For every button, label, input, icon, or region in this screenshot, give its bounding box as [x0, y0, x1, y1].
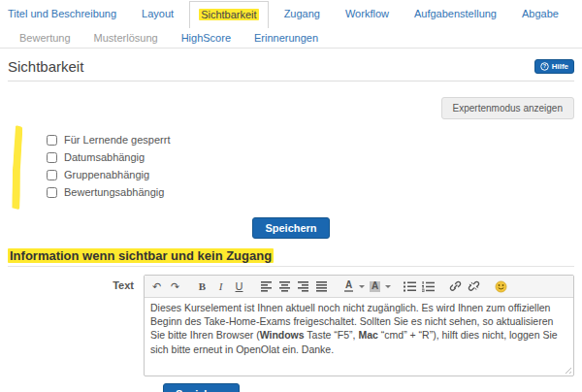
help-button-label: Hilfe	[552, 62, 568, 71]
editor-text-bold: Windows	[260, 329, 305, 341]
tab-musterloesung: Musterlösung	[94, 32, 158, 44]
checkbox-gruppenabhaengig[interactable]	[47, 170, 57, 180]
tab-sichtbarkeit-active[interactable]: Sichtbarkeit	[189, 1, 268, 28]
save-visibility-button[interactable]: Speichern	[252, 217, 329, 239]
ordered-list-icon[interactable]	[419, 278, 437, 295]
text-color-caret-icon[interactable]	[358, 278, 366, 295]
tab-sichtbarkeit-label: Sichtbarkeit	[199, 9, 258, 20]
checkbox-label[interactable]: Für Lernende gesperrt	[64, 134, 170, 146]
richtext-editor: ↶ ↷ B I U	[144, 275, 574, 376]
nav-divider	[0, 48, 582, 49]
align-justify-icon[interactable]	[312, 278, 331, 295]
help-button[interactable]: ? Hilfe	[534, 59, 574, 74]
title-divider	[8, 81, 574, 82]
align-left-icon[interactable]	[257, 278, 275, 295]
underline-icon[interactable]: U	[230, 278, 248, 295]
checkbox-label[interactable]: Datumsabhängig	[64, 151, 145, 163]
tab-workflow[interactable]: Workflow	[345, 8, 389, 19]
text-field-label: Text	[8, 275, 144, 376]
checkbox-row-bewertung: Bewertungsabhängig	[47, 183, 574, 201]
editor-text-bold: Mac	[358, 329, 377, 341]
checkbox-label[interactable]: Bewertungsabhängig	[64, 186, 164, 198]
bold-icon[interactable]: B	[193, 278, 211, 295]
page-title: Sichtbarkeit	[8, 58, 83, 75]
save-info-text-button[interactable]: Speichern	[163, 383, 240, 392]
checkbox-label[interactable]: Gruppenabhängig	[64, 169, 149, 180]
checkbox-fuer-lernende-gesperrt[interactable]	[47, 135, 57, 146]
richtext-toolbar: ↶ ↷ B I U	[145, 276, 573, 298]
background-color-caret-icon[interactable]	[384, 278, 392, 295]
expert-mode-button[interactable]: Expertenmodus anzeigen	[441, 97, 574, 119]
course-element-tabs-row2: Bewertung Musterlösung HighScore Erinner…	[0, 27, 582, 48]
align-right-icon[interactable]	[294, 278, 312, 295]
yellow-marker-annotation	[11, 125, 22, 211]
course-element-tabs-row1: Titel und Beschreibung Layout Sichtbarke…	[0, 0, 582, 27]
checkbox-datumsabhaengig[interactable]	[47, 152, 57, 163]
background-color-icon[interactable]: A	[366, 278, 384, 295]
editor-resize-handle[interactable]	[563, 365, 571, 374]
help-circle-icon: ?	[540, 62, 549, 71]
tab-aufgabenstellung[interactable]: Aufgabenstellung	[414, 8, 497, 19]
info-section-divider	[8, 266, 574, 267]
text-color-icon[interactable]: A	[340, 278, 358, 295]
insert-link-icon[interactable]	[446, 278, 465, 295]
tab-zugang[interactable]: Zugang	[284, 8, 320, 19]
tab-highscore[interactable]: HighScore	[181, 32, 231, 44]
editor-text: Taste “F5”,	[305, 329, 359, 341]
checkbox-row-gesperrt: Für Lernende gesperrt	[47, 131, 574, 148]
visibility-options-group: Für Lernende gesperrt Datumsabhängig Gru…	[8, 131, 574, 209]
tab-abgabe[interactable]: Abgabe	[522, 8, 559, 19]
tab-layout[interactable]: Layout	[142, 8, 174, 19]
remove-link-icon[interactable]	[465, 278, 483, 295]
svg-text:?: ?	[543, 63, 546, 69]
unordered-list-icon[interactable]	[401, 278, 419, 295]
richtext-content-area[interactable]: Dieses Kurselement ist Ihnen aktuell noc…	[145, 298, 573, 376]
checkbox-row-gruppe: Gruppenabhängig	[47, 166, 574, 183]
tab-titel-und-beschreibung[interactable]: Titel und Beschreibung	[8, 8, 116, 19]
undo-icon[interactable]: ↶	[147, 278, 166, 295]
tab-bewertung: Bewertung	[19, 32, 71, 44]
info-section-heading: Information wenn sichtbar und kein Zugan…	[8, 248, 574, 263]
checkbox-row-datum: Datumsabhängig	[47, 148, 574, 166]
info-section-heading-text: Information wenn sichtbar und kein Zugan…	[8, 248, 274, 263]
emoticons-icon[interactable]	[492, 278, 510, 295]
tab-erinnerungen[interactable]: Erinnerungen	[254, 32, 318, 44]
redo-icon[interactable]: ↷	[166, 278, 184, 295]
align-center-icon[interactable]	[275, 278, 294, 295]
checkbox-bewertungsabhaengig[interactable]	[47, 187, 57, 198]
italic-icon[interactable]: I	[211, 278, 230, 295]
